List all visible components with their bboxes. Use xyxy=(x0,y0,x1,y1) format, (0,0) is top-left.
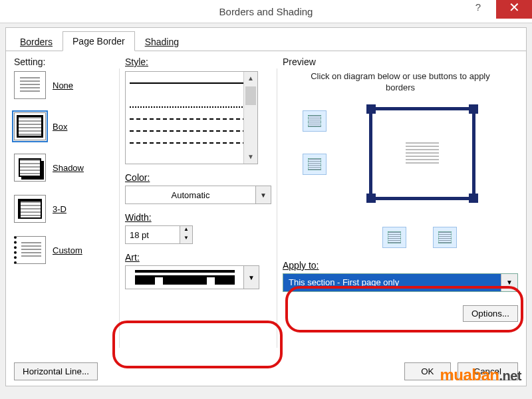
scroll-up-icon[interactable]: ▲ xyxy=(244,72,257,85)
svg-rect-2 xyxy=(155,277,163,285)
tab-shading[interactable]: Shading xyxy=(135,32,189,51)
setting-3d-label: 3-D xyxy=(53,204,66,214)
style-scrollbar[interactable]: ▲ ▼ xyxy=(243,72,257,164)
preview-column: Preview Click on diagram below or use bu… xyxy=(283,57,518,348)
art-preview xyxy=(126,266,243,289)
style-column: Style: ▲ ▼ Color: Automatic ▼ Width: xyxy=(125,57,271,348)
setting-column: Setting: None Box Shadow 3-D Custom xyxy=(14,57,114,348)
border-bottom-button[interactable] xyxy=(303,154,327,175)
preview-diagram xyxy=(289,100,518,220)
spin-down-icon[interactable]: ▼ xyxy=(180,235,192,243)
box-icon xyxy=(14,112,46,140)
options-button[interactable]: Options... xyxy=(463,305,518,322)
watermark: muaban.net xyxy=(440,366,521,384)
three-d-icon xyxy=(14,195,46,223)
width-spinner[interactable]: 18 pt ▲ ▼ xyxy=(125,225,193,244)
art-pattern-icon xyxy=(135,270,235,285)
close-button[interactable]: ✕ xyxy=(496,0,532,19)
setting-custom[interactable]: Custom xyxy=(14,236,114,264)
border-left-button[interactable] xyxy=(382,227,406,248)
art-combo[interactable]: ▼ xyxy=(125,265,259,289)
horizontal-line-button[interactable]: Horizontal Line... xyxy=(14,362,98,380)
chevron-down-icon[interactable]: ▼ xyxy=(501,274,517,291)
preview-hint: Click on diagram below or use buttons to… xyxy=(303,71,498,94)
tab-borders[interactable]: Borders xyxy=(10,32,63,51)
color-value: Automatic xyxy=(126,190,255,200)
watermark-tld: .net xyxy=(499,368,521,383)
svg-rect-0 xyxy=(135,270,235,273)
setting-none[interactable]: None xyxy=(14,71,114,99)
style-listbox[interactable]: ▲ ▼ xyxy=(125,71,258,164)
apply-to-label: Apply to: xyxy=(283,260,518,271)
setting-custom-label: Custom xyxy=(53,245,82,255)
color-combo[interactable]: Automatic ▼ xyxy=(125,186,271,204)
art-label: Art: xyxy=(125,252,271,263)
border-top-button[interactable] xyxy=(303,110,327,132)
apply-to-combo[interactable]: This section - First page only ▼ xyxy=(283,273,518,292)
apply-to-value: This section - First page only xyxy=(283,274,501,291)
setting-box-label: Box xyxy=(53,122,67,132)
tab-page-border[interactable]: Page Border xyxy=(63,31,135,51)
setting-shadow-label: Shadow xyxy=(53,163,84,173)
setting-none-label: None xyxy=(53,80,73,90)
watermark-brand: muaban xyxy=(440,366,499,384)
setting-label: Setting: xyxy=(14,57,114,67)
dialog-body: Borders Page Border Shading Setting: Non… xyxy=(5,27,527,386)
setting-box[interactable]: Box xyxy=(14,112,114,140)
svg-rect-1 xyxy=(135,275,235,285)
setting-shadow[interactable]: Shadow xyxy=(14,154,114,182)
content-area: Setting: None Box Shadow 3-D Custom xyxy=(6,51,526,353)
border-right-button[interactable] xyxy=(433,227,457,248)
page-preview[interactable] xyxy=(369,107,475,200)
separator-1 xyxy=(119,68,120,348)
preview-label: Preview xyxy=(283,57,518,67)
tab-strip: Borders Page Border Shading xyxy=(6,28,526,51)
width-value: 18 pt xyxy=(126,226,180,243)
help-button[interactable]: ? xyxy=(463,0,493,19)
dialog-title: Borders and Shading xyxy=(219,6,313,17)
color-label: Color: xyxy=(125,172,271,183)
setting-3d[interactable]: 3-D xyxy=(14,195,114,223)
titlebar: Borders and Shading ? ✕ xyxy=(0,0,532,23)
chevron-down-icon[interactable]: ▼ xyxy=(243,266,259,289)
width-label: Width: xyxy=(125,212,271,223)
none-icon xyxy=(14,71,46,99)
style-label: Style: xyxy=(125,57,271,67)
scroll-thumb[interactable] xyxy=(245,86,256,105)
separator-2 xyxy=(277,68,277,348)
spin-up-icon[interactable]: ▲ xyxy=(180,226,192,235)
scroll-down-icon[interactable]: ▼ xyxy=(244,150,257,164)
page-content-icon xyxy=(406,142,439,165)
shadow-icon xyxy=(14,154,46,182)
custom-icon xyxy=(14,236,46,264)
chevron-down-icon[interactable]: ▼ xyxy=(255,186,271,203)
svg-rect-3 xyxy=(207,277,215,285)
